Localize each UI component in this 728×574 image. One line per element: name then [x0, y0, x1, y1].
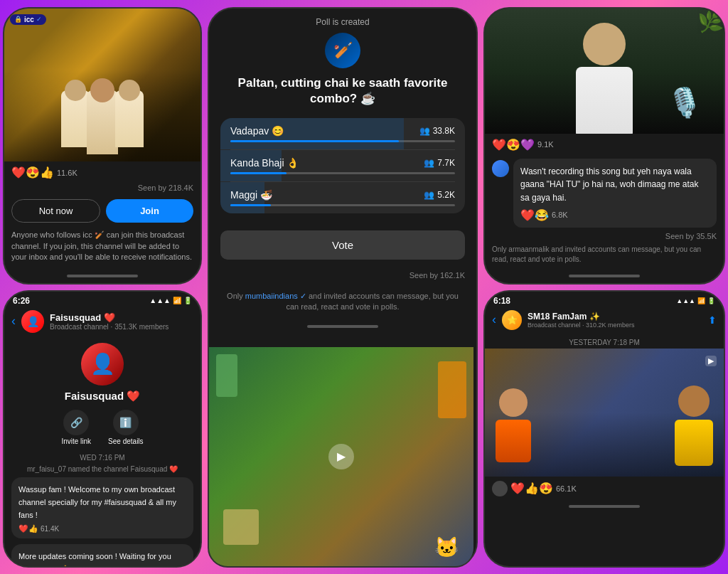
react-count-1: 61.4K	[41, 525, 59, 533]
named-channel-msg: mr_faisu_07 named the channel Faisusquad…	[4, 464, 200, 474]
see-details-label: See details	[108, 437, 143, 445]
arman-message-reactions: ❤️😂 6.8K	[520, 208, 710, 222]
join-button[interactable]: Join	[106, 199, 193, 223]
arman-message-text: Wasn't recording this song but yeh naya …	[520, 166, 698, 203]
sm18-members: Broadcast channel · 310.2K members	[528, 321, 702, 329]
sm18-time: 6:18	[493, 296, 510, 306]
invite-link-action[interactable]: 🔗 Invite link	[61, 410, 91, 445]
sm18-back[interactable]: ‹	[492, 312, 496, 327]
sm18-wifi-icon: 📶	[697, 297, 705, 304]
verified-icon: ✓	[36, 16, 42, 23]
status-icons: ▲▲▲ 📶 🔋	[149, 297, 192, 304]
faisusquad-actions: 🔗 Invite link ℹ️ See details	[4, 405, 200, 450]
home-indicator-2	[307, 325, 378, 328]
vote-button[interactable]: Vote	[220, 230, 465, 260]
sm18-status-bar: 6:18 ▲▲▲ 📶 🔋	[485, 292, 724, 307]
invite-link-label: Invite link	[61, 437, 91, 445]
sm18-date: YESTERDAY 7:18 PM	[485, 334, 724, 349]
signal-icon: ▲▲▲	[149, 297, 171, 304]
sm18-share-icon[interactable]: ⬆	[708, 314, 717, 326]
arman-video: 🎙️ 🌿	[485, 9, 724, 134]
arman-footer: Only armaanmalik and invited accounts ca…	[485, 242, 724, 270]
mic-icon: 🎙️	[667, 86, 702, 119]
see-details-icon: ℹ️	[113, 410, 139, 435]
sm18-play-button[interactable]: ▶	[705, 356, 717, 366]
sm18-reactions: ❤️👍😍 66.1K	[485, 477, 724, 501]
faisusquad-channel-name: Faisusquad ❤️	[50, 312, 193, 323]
chat-bubble-1: Wassup fam ! Welcome to my own broadcast…	[11, 477, 193, 538]
faisusquad-members: Broadcast channel · 351.3K members	[50, 323, 193, 331]
poll-footer: Only mumbaiindians ✓ and invited account…	[209, 285, 476, 321]
poll-option-3[interactable]: Maggi 🍜 👥 5.2K	[220, 182, 465, 213]
channel-mention: mumbaiindians ✓	[245, 292, 306, 300]
faisusquad-avatar: 👤	[21, 310, 44, 333]
wifi-icon: 📶	[173, 297, 181, 304]
poll-option-3-avatars: 👥	[424, 190, 434, 200]
poll-card: Vadapav 😊 👥 33.8K Kanda Bhaji 👌 👥 7.7K	[220, 118, 465, 213]
chat-text-2: More updates coming soon ! Waiting for y…	[18, 552, 171, 568]
arman-message: Wasn't recording this song but yeh naya …	[513, 159, 717, 228]
sm18-signal-icon: ▲▲▲	[676, 297, 695, 304]
reaction-emojis: ❤️😍👍	[11, 166, 54, 179]
chat-text-1: Wassup fam ! Welcome to my own broadcast…	[18, 485, 176, 520]
faisusquad-status-bar: 6:26 ▲▲▲ 📶 🔋	[4, 292, 200, 307]
faisusquad-person-icon: 👤	[90, 352, 115, 376]
sm18-avatar: ⭐	[502, 310, 522, 330]
icc-image: 🔒 icc ✓	[4, 9, 200, 162]
lock-icon: 🔒	[14, 16, 22, 23]
icc-reactions: ❤️😍👍 11.6K	[4, 161, 200, 184]
channel-description: Anyone who follows icc 🏏 can join this b…	[4, 227, 200, 270]
poll-option-1[interactable]: Vadapav 😊 👥 33.8K	[220, 118, 465, 149]
faisusquad-avatar-icon: 👤	[27, 316, 39, 327]
poll-option-1-count: 33.8K	[433, 126, 455, 136]
sm18-channel-header: ‹ ⭐ SM18 FamJam ✨ Broadcast channel · 31…	[485, 307, 724, 334]
poll-seen: Seen by 162.1K	[209, 271, 476, 285]
reaction-count: 11.6K	[57, 169, 77, 177]
goatnation-video: 🐱 ▶	[209, 347, 473, 566]
chat-bubble-2: More updates coming soon ! Waiting for y…	[11, 544, 193, 568]
phone-arman-malik: 🎙️ 🌿 ❤️😍💜 9.1K Wasn't recording this son…	[483, 7, 725, 285]
mi-icon: 🏏	[333, 41, 353, 60]
chat-date: WED 7:16 PM	[4, 450, 200, 464]
faisusquad-channel-header: ‹ 👤 Faisusquad ❤️ Broadcast channel · 35…	[4, 307, 200, 337]
icc-badge: 🔒 icc ✓	[10, 14, 46, 25]
sm18-battery-icon: 🔋	[707, 297, 715, 304]
poll-option-3-count: 5.2K	[437, 190, 455, 200]
join-buttons: Not now Join	[4, 195, 200, 227]
invite-link-icon: 🔗	[63, 410, 89, 435]
see-details-action[interactable]: ℹ️ See details	[108, 410, 143, 445]
phone-sm18: 6:18 ▲▲▲ 📶 🔋 ‹ ⭐ SM18 FamJam ✨ Broadcast…	[483, 290, 725, 568]
mi-avatar: 🏏	[325, 33, 360, 68]
poll-option-2-avatars: 👥	[424, 158, 434, 168]
faisusquad-large-avatar: 👤	[81, 343, 124, 386]
poll-option-2-label: Kanda Bhaji 👌	[230, 157, 299, 169]
arman-seen: Seen by 35.5K	[485, 230, 724, 242]
poll-option-1-label: Vadapav 😊	[230, 125, 284, 137]
chat-reactions-1: ❤️👍 61.4K	[18, 524, 186, 533]
phone-faisusquad: 6:26 ▲▲▲ 📶 🔋 ‹ 👤 Faisusquad ❤️ Broadcast…	[3, 290, 202, 568]
back-button[interactable]: ‹	[11, 314, 16, 329]
faisusquad-time: 6:26	[13, 296, 30, 306]
react-emoji-1: ❤️👍	[18, 524, 38, 533]
poll-option-3-label: Maggi 🍜	[230, 189, 272, 201]
sm18-reaction-emojis: ❤️👍😍	[510, 482, 553, 495]
sm18-status-icons: ▲▲▲ 📶 🔋	[676, 297, 715, 304]
arman-reactions: ❤️😍💜 9.1K	[485, 134, 724, 156]
sm18-photo: ▶	[485, 349, 724, 477]
video-play-button[interactable]: ▶	[328, 444, 354, 469]
faisusquad-name: Faisusquad ❤️	[65, 390, 141, 403]
sm18-reaction-count: 66.1K	[556, 484, 577, 493]
arman-msg-emojis: ❤️😂	[520, 208, 549, 222]
home-indicator	[67, 275, 138, 277]
sm18-info: SM18 FamJam ✨ Broadcast channel · 310.2K…	[528, 312, 702, 329]
home-indicator-3	[569, 275, 640, 277]
battery-icon: 🔋	[183, 297, 192, 304]
poll-option-2[interactable]: Kanda Bhaji 👌 👥 7.7K	[220, 150, 465, 181]
not-now-button[interactable]: Not now	[11, 199, 100, 223]
faisusquad-profile: 👤 Faisusquad ❤️	[4, 337, 200, 405]
poll-option-2-count: 7.7K	[437, 158, 455, 168]
home-indicator-6	[569, 505, 640, 508]
seen-count: Seen by 218.4K	[4, 184, 200, 195]
arman-reaction-emojis: ❤️😍💜	[492, 138, 535, 152]
arman-msg-count: 6.8K	[552, 211, 568, 219]
